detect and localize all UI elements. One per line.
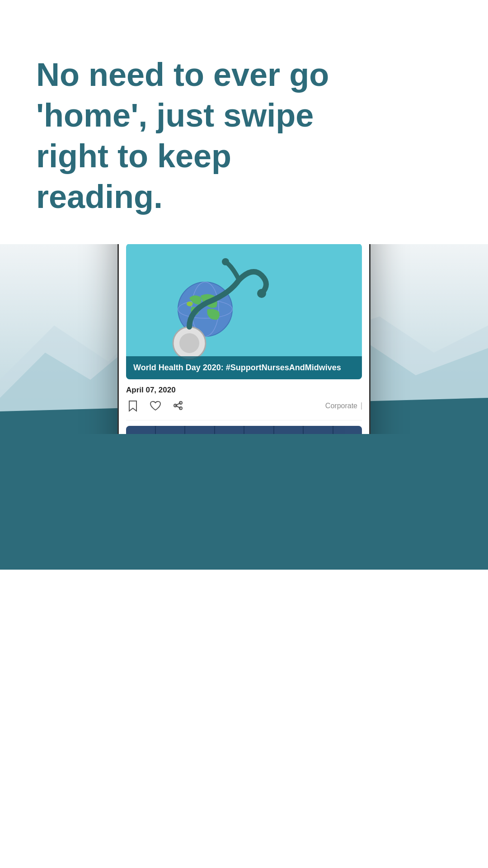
phone-device: Abdul Latif Jameel 1945 · 2020 75 YEARS: [117, 244, 371, 434]
top-section: No need to ever go 'home', just swipe ri…: [0, 0, 488, 244]
app-screen: Abdul Latif Jameel 1945 · 2020 75 YEARS: [119, 244, 369, 434]
article-1-action-icons: [126, 399, 185, 413]
article-1-meta: April 07, 2020: [119, 379, 369, 399]
mid-section: Abdul Latif Jameel 1945 · 2020 75 YEARS: [0, 244, 488, 434]
category-divider: [361, 402, 362, 410]
article-card-2: #TogetherTuesday Introducing #TogetherTu…: [119, 420, 369, 434]
article-card-1: World Health Day 2020: #SupportNursesAnd…: [119, 244, 369, 420]
svg-point-14: [257, 289, 266, 298]
article-1-category: Corporate: [325, 402, 357, 410]
phone-container: Abdul Latif Jameel 1945 · 2020 75 YEARS: [0, 244, 488, 434]
svg-point-13: [179, 333, 199, 353]
article-2-image: #TogetherTuesday: [126, 426, 362, 434]
stethoscope-illustration: [149, 253, 275, 370]
headline: No need to ever go 'home', just swipe ri…: [36, 54, 352, 217]
article-1-title: World Health Day 2020: #SupportNursesAnd…: [133, 363, 341, 372]
like-icon-1[interactable]: [149, 399, 162, 413]
article-1-actions: Corporate: [119, 399, 369, 420]
article-1-date: April 07, 2020: [126, 386, 176, 395]
svg-point-15: [222, 258, 229, 265]
together-grid-bg: [126, 426, 362, 434]
bottom-teal-bg: [0, 434, 488, 570]
share-icon-1[interactable]: [171, 399, 185, 413]
bookmark-icon-1[interactable]: [126, 399, 140, 413]
article-1-title-overlay: World Health Day 2020: #SupportNursesAnd…: [126, 356, 362, 379]
